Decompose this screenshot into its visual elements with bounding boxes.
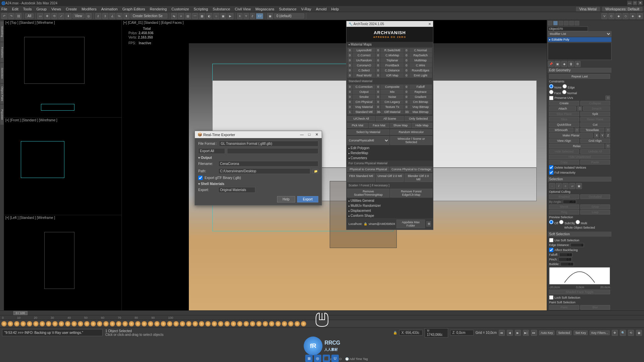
mat-cell[interactable]: Max Bitmap <box>409 110 432 114</box>
material-sphere-icon[interactable] <box>103 321 109 326</box>
axis-y[interactable]: Y <box>244 13 249 19</box>
ref-coord[interactable]: View <box>72 13 85 18</box>
material-sphere-icon[interactable] <box>40 321 45 326</box>
material-sphere-icon[interactable] <box>148 321 153 326</box>
spinner-snap-icon[interactable]: ⬍ <box>123 13 129 19</box>
sec-rendermap[interactable]: RenderMap <box>346 150 433 156</box>
select-icon[interactable]: ▭ <box>37 13 43 19</box>
mat-cell[interactable]: Uv.Random <box>353 58 375 63</box>
material-sphere-icon[interactable] <box>78 321 83 326</box>
edge-dist-spinner[interactable] <box>571 243 584 247</box>
menu-rendering[interactable]: Rendering <box>150 7 167 11</box>
preview-multi[interactable] <box>576 220 580 224</box>
preview-off[interactable] <box>549 220 553 224</box>
material-sphere-icon[interactable] <box>46 321 51 326</box>
setkey-button[interactable]: Set Key <box>574 330 588 335</box>
tool-b-icon[interactable]: ◇ <box>623 13 629 19</box>
autokey-button[interactable]: Auto Key <box>539 330 555 335</box>
hide-selected-button[interactable]: Hide Selected <box>549 149 579 154</box>
mat-cell[interactable]: Crn Bitmap <box>409 100 432 104</box>
make-planar-button[interactable]: Make Planar <box>549 133 593 138</box>
arch-btn-blender-gltf-2-0-mtl[interactable]: Blender Gltf 2.0 Mtl <box>405 173 432 182</box>
material-sphere-icon[interactable] <box>199 321 204 326</box>
named-selection[interactable]: Create Selection Se <box>130 13 167 18</box>
archtoolz-window[interactable]: 🔧 ArchToolz 2024.1.05✕ ARCHVANISH APREND… <box>346 21 433 230</box>
mat-cell[interactable]: C.Correct <box>353 53 375 58</box>
mat-cell[interactable]: Raytrace <box>409 89 432 94</box>
cut-button[interactable]: Cut <box>580 122 610 127</box>
path-field[interactable] <box>218 168 310 174</box>
left-tab-freeform[interactable]: Freeform <box>0 42 4 62</box>
shaded-face-toggle[interactable]: Shaded Face Toggle <box>549 290 610 294</box>
preview-subobj[interactable] <box>559 220 564 224</box>
material-sphere-icon[interactable] <box>237 321 243 326</box>
menu-tools[interactable]: Tools <box>23 7 32 11</box>
material-sphere-icon[interactable] <box>301 321 306 326</box>
material-sphere-icon[interactable] <box>231 321 236 326</box>
preserve-uvs-settings[interactable]: □ <box>605 96 610 100</box>
mat-cell[interactable]: Real World <box>353 73 375 78</box>
material-sphere-icon[interactable] <box>269 321 274 326</box>
time-slider[interactable]: 0 / 100 <box>0 310 644 315</box>
sel-element-icon[interactable]: ▣ <box>576 183 582 189</box>
material-sphere-icon[interactable] <box>27 321 32 326</box>
paint-button[interactable]: Paint <box>549 305 579 310</box>
os-task-icon[interactable]: U <box>331 355 339 362</box>
mat-cell[interactable]: Gltf Material <box>381 110 404 114</box>
mat-cell[interactable]: CoronaAO <box>353 63 375 68</box>
menu-scripting[interactable]: Scripting <box>194 7 208 11</box>
snap-3d-icon[interactable]: 3 <box>102 13 108 19</box>
material-sphere-icon[interactable] <box>288 321 293 326</box>
blur-button[interactable]: Blur <box>580 305 610 310</box>
menu-v-ray[interactable]: V-Ray <box>301 7 311 11</box>
selection-filter[interactable]: All <box>25 13 34 18</box>
arch-btn-physical-to-corona-physical[interactable]: Physical to Corona Physical <box>347 167 389 172</box>
cmd-tab-modify[interactable] <box>553 21 558 25</box>
configure-icon[interactable]: ⚙ <box>575 61 581 67</box>
material-sphere-icon[interactable] <box>275 321 281 326</box>
affect-bf-check[interactable] <box>549 248 553 252</box>
mat-cell[interactable]: Triplanar <box>381 58 404 63</box>
snap-preset[interactable]: 0 (default) <box>274 13 304 18</box>
scale-icon[interactable]: ⤢ <box>58 13 64 19</box>
use-ss-check[interactable] <box>549 238 553 242</box>
menu-customize[interactable]: Customize <box>171 7 189 11</box>
show-end-icon[interactable]: ▣ <box>554 61 560 67</box>
sel-poly-icon[interactable]: ▱ <box>569 183 575 189</box>
play-prev-icon[interactable]: ◀ <box>507 330 513 336</box>
export-scope-dropdown[interactable] <box>227 148 318 154</box>
remove-mod-icon[interactable]: 🗑 <box>568 61 574 67</box>
mat-cell[interactable]: Crn Physical <box>353 100 375 104</box>
make-unique-icon[interactable]: ◆ <box>561 61 567 67</box>
menu-edit[interactable]: Edit <box>12 7 18 11</box>
appdata-folder-button[interactable]: Appdata Max Folder <box>396 220 425 228</box>
mat-cell[interactable]: C.Distance <box>381 68 404 73</box>
archtoolz-close-icon[interactable]: ✕ <box>428 22 431 26</box>
material-sphere-icon[interactable] <box>14 321 19 326</box>
left-tab-modeling[interactable]: Modeling <box>0 21 4 42</box>
mat-cell[interactable]: Emit Light <box>409 73 432 78</box>
material-sphere-icon[interactable] <box>135 321 141 326</box>
wirecolor-dd[interactable]: CoronaPhysicalMtl <box>347 136 389 145</box>
link-icon[interactable]: ⛓ <box>15 13 21 19</box>
cmd-tab-utilities[interactable] <box>575 21 579 25</box>
menu-substance[interactable]: Substance <box>213 7 230 11</box>
window-minimize[interactable]: — <box>627 1 632 5</box>
exporter-close-icon[interactable]: ✕ <box>314 132 319 137</box>
attach-button[interactable]: Attach <box>549 106 576 111</box>
material-sphere-icon[interactable] <box>20 321 26 326</box>
render-icon[interactable]: ▶ <box>227 13 233 19</box>
sel-edge-icon[interactable]: / <box>556 183 562 189</box>
cmd-tab-motion[interactable] <box>564 21 569 25</box>
sec-displacement[interactable]: Displacement <box>346 208 433 213</box>
coord-y[interactable]: Y: 1743,066c <box>425 328 448 338</box>
material-sphere-icon[interactable] <box>71 321 77 326</box>
menu-modifiers[interactable]: Modifiers <box>82 7 97 11</box>
material-sphere-icon[interactable] <box>1 321 7 326</box>
material-sphere-icon[interactable] <box>180 321 185 326</box>
glb-binary-check[interactable] <box>198 176 203 180</box>
mat-cell[interactable]: Output <box>353 89 375 94</box>
mat-cell[interactable]: Composite <box>381 84 404 89</box>
material-sphere-icon[interactable] <box>167 321 172 326</box>
exporter-minimize-icon[interactable]: — <box>300 132 304 137</box>
